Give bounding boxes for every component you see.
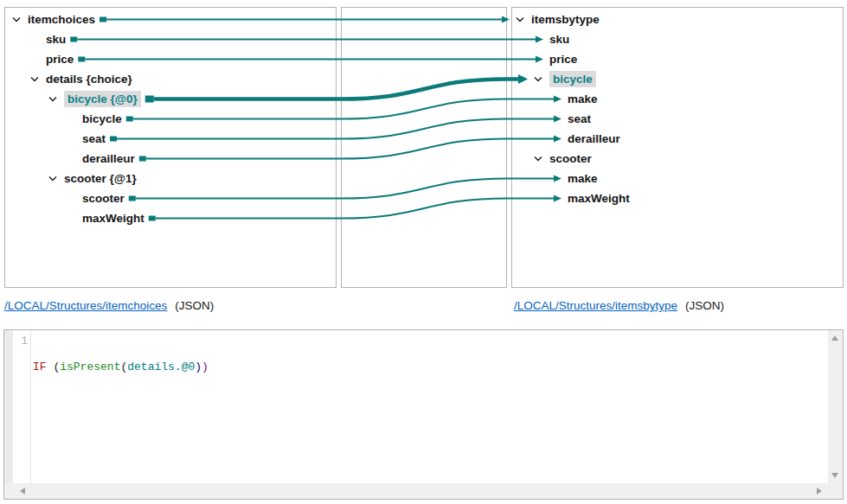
node-label: bicycle: [82, 112, 122, 126]
mapping-canvas-panel: [341, 7, 507, 288]
node-label: sku: [46, 32, 66, 47]
target-node-bicycle[interactable]: bicycle: [512, 69, 843, 89]
target-node-scooter[interactable]: scooter: [512, 149, 843, 169]
target-tree-panel: itemsbytypeskupricebicyclemakeseatderail…: [511, 7, 844, 288]
code-token: isPresent: [60, 360, 120, 373]
target-node-maxweight[interactable]: maxWeight: [512, 188, 843, 208]
node-label: seat: [568, 112, 591, 126]
scroll-up-icon[interactable]: [831, 335, 838, 341]
node-label: scooter: [549, 151, 592, 166]
node-label: derailleur: [82, 151, 135, 166]
editor-vertical-scrollbar[interactable]: [828, 330, 843, 483]
target-node-seat[interactable]: seat: [512, 109, 843, 129]
code-editor-area[interactable]: IF (isPresent(details.@0)): [33, 330, 828, 483]
node-label: maxWeight: [568, 191, 630, 206]
source-structure-row: /LOCAL/Structures/itemchoices(JSON): [4, 299, 214, 312]
scroll-right-icon[interactable]: [817, 488, 822, 494]
chevron-down-icon[interactable]: [30, 76, 44, 82]
mapping-source-stub[interactable]: [78, 57, 85, 62]
chevron-down-icon[interactable]: [534, 76, 548, 82]
code-token: details.@0: [127, 360, 195, 373]
node-label: bicycle {@0}: [64, 91, 141, 107]
mapping-source-stub[interactable]: [145, 96, 154, 103]
editor-gutter: [4, 330, 13, 483]
node-label: price: [549, 52, 577, 67]
node-label: maxWeight: [82, 211, 144, 226]
node-label: details {choice}: [46, 72, 132, 86]
mapping-script-editor: 1 IF (isPresent(details.@0)): [3, 329, 844, 500]
node-label: itemsbytype: [531, 12, 600, 27]
node-label: itemchoices: [28, 12, 95, 27]
mapping-source-stub[interactable]: [139, 156, 146, 162]
editor-horizontal-scrollbar[interactable]: [4, 483, 843, 499]
chevron-down-icon[interactable]: [12, 16, 26, 22]
node-label: scooter {@1}: [64, 171, 137, 186]
chevron-down-icon[interactable]: [48, 175, 62, 182]
chevron-down-icon[interactable]: [516, 16, 529, 22]
target-format-label: (JSON): [685, 299, 724, 312]
node-label: derailleur: [568, 131, 620, 146]
node-label: bicycle: [549, 71, 596, 87]
target-node-derailleur[interactable]: derailleur: [512, 129, 843, 149]
scroll-down-icon[interactable]: [831, 473, 838, 478]
scroll-left-icon[interactable]: [20, 488, 25, 494]
node-label: seat: [82, 131, 106, 146]
chevron-down-icon[interactable]: [534, 156, 548, 162]
mapping-source-stub[interactable]: [110, 137, 117, 142]
mapping-source-stub[interactable]: [149, 216, 156, 221]
node-label: make: [568, 92, 598, 106]
source-format-label: (JSON): [175, 299, 214, 312]
target-node-price[interactable]: price: [512, 49, 843, 69]
target-node-make[interactable]: make: [512, 89, 843, 109]
target-node-sku[interactable]: sku: [512, 29, 843, 49]
source-tree-panel: itemchoicesskupricedetails {choice}bicyc…: [4, 7, 337, 288]
mapper-window: itemchoicesskupricedetails {choice}bicyc…: [0, 0, 847, 504]
source-node-details-choice[interactable]: details {choice}: [5, 69, 336, 89]
code-token: ): [202, 360, 209, 373]
node-label: scooter: [82, 191, 125, 206]
line-number: 1: [13, 330, 30, 348]
mapping-source-stub[interactable]: [126, 117, 133, 122]
code-line: IF (isPresent(details.@0)): [33, 360, 828, 373]
node-label: price: [46, 52, 74, 67]
target-node-make[interactable]: make: [512, 169, 843, 188]
node-label: sku: [549, 32, 569, 47]
editor-line-numbers: 1: [13, 330, 31, 483]
code-token: IF: [33, 360, 47, 373]
target-node-itemsbytype[interactable]: itemsbytype: [512, 10, 843, 29]
mapping-source-stub[interactable]: [129, 196, 136, 201]
chevron-down-icon[interactable]: [48, 96, 62, 102]
mapping-source-stub[interactable]: [70, 37, 77, 42]
target-structure-link[interactable]: /LOCAL/Structures/itemsbytype: [514, 299, 677, 312]
code-token: ): [195, 360, 202, 373]
target-structure-row: /LOCAL/Structures/itemsbytype(JSON): [514, 299, 724, 312]
source-node-scooter-1[interactable]: scooter {@1}: [5, 169, 336, 188]
node-label: make: [568, 171, 598, 186]
source-structure-link[interactable]: /LOCAL/Structures/itemchoices: [4, 299, 167, 312]
mapping-source-stub[interactable]: [99, 17, 106, 22]
code-token: (: [47, 360, 61, 373]
